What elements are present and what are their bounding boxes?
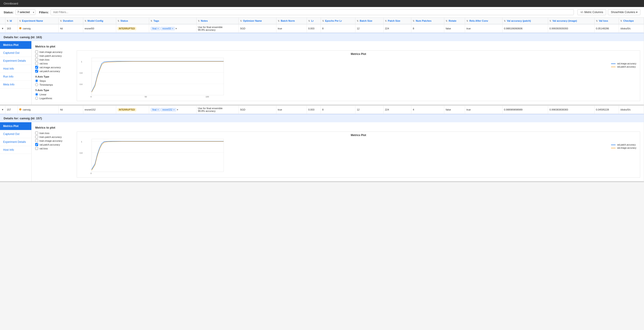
x-axis-title-163: X-Axis Type — [35, 75, 71, 78]
col-id[interactable]: ⇅ Id — [5, 18, 18, 24]
col-duration[interactable]: ⇅ Duration — [58, 18, 83, 24]
status-select-wrapper[interactable]: 7 selected — [15, 10, 36, 15]
details-header-163: Details for: camsig (Id: 163) — [0, 33, 644, 41]
cb-train-image-acc-input-163[interactable] — [35, 50, 38, 53]
sidebar-meta-info-163[interactable]: Meta Info — [0, 81, 31, 89]
sidebar-experiment-details-163[interactable]: Experiment Details — [0, 57, 31, 65]
cell-checkpoint-157: /disks/0/c — [619, 106, 644, 114]
sidebar-host-info-157[interactable]: Host Info — [0, 146, 31, 154]
col-checkpoint[interactable]: ⇅ Checkpo — [619, 18, 644, 24]
legend-label-orange-157: val.image.accuracy — [617, 147, 636, 149]
legend-line-blue-163 — [611, 64, 616, 64]
tags-dropdown-163[interactable]: ▾ — [175, 27, 177, 30]
cell-valacc-patch-157: 0.988989898989 — [502, 106, 548, 114]
cell-optimizer-157: SGD — [238, 106, 276, 114]
cb-val-patch-acc-input-163[interactable] — [35, 70, 38, 73]
metric-columns-btn[interactable]: +/- Metric Columns — [578, 9, 606, 15]
tag-chip-resnet152-157: resnet152 × — [161, 108, 176, 111]
col-rotate[interactable]: ⇅ Rotate — [444, 18, 465, 24]
svg-text:0.8: 0.8 — [80, 72, 82, 74]
radio-log-input-163[interactable] — [35, 97, 38, 100]
col-num-patches[interactable]: ⇅ Num Patches — [411, 18, 444, 24]
radio-linear-163: Linear — [35, 93, 71, 96]
col-val-acc-patch[interactable]: ⇅ Val accuracy (patch) — [502, 18, 548, 24]
cb-train-loss-163: train.loss — [35, 58, 71, 61]
row-expander-157[interactable]: ▼ — [0, 106, 5, 114]
metrics-to-plot-157: Metrics to plot train.loss — [35, 126, 640, 178]
metrics-controls-163: train.image.accuracy train.patch.accurac… — [35, 50, 71, 101]
cell-model-163: resnet50 — [83, 24, 116, 33]
svg-text:1: 1 — [81, 141, 82, 143]
tags-dropdown-157[interactable]: ▾ — [176, 108, 179, 111]
cell-notes-163: Use for final ensemble99.9% accuracy — [196, 24, 238, 33]
cell-valacc-image-163: 0.999393939393 — [548, 24, 594, 33]
chart-title-157: Metrics Plot — [77, 132, 640, 137]
cb-train-patch-acc-input-163[interactable] — [35, 54, 38, 57]
legend-line-blue-157 — [611, 145, 616, 145]
col-notes[interactable]: ⇅ Notes — [196, 18, 238, 24]
metrics-layout-157: train.loss train.patch.accuracy — [35, 131, 640, 178]
legend-label-orange-163: val.patch.accuracy — [617, 66, 636, 68]
legend-label-blue-157: val.patch.accuracy — [617, 143, 636, 146]
cell-patchsize-157: 224 — [384, 106, 411, 114]
cb-train-image-acc-input-157[interactable] — [35, 139, 38, 142]
filter-dropdown-arrow: ▾ — [631, 11, 633, 14]
radio-steps-input-163[interactable] — [35, 79, 38, 82]
col-batch-norm[interactable]: ⇅ Batch Norm — [276, 18, 307, 24]
svg-text:0.6: 0.6 — [80, 83, 82, 85]
filters-label: Filters: — [39, 11, 49, 14]
col-val-loss[interactable]: ⇅ Val loss — [594, 18, 619, 24]
cell-relu-157: true — [465, 106, 502, 114]
sidebar-host-info-163[interactable]: Host Info — [0, 65, 31, 73]
col-lr[interactable]: ⇅ Lr — [307, 18, 321, 24]
cell-id-163: 163 — [5, 24, 18, 33]
svg-text:1: 1 — [81, 61, 82, 63]
radio-timestamps-163: Timestamps — [35, 83, 71, 86]
col-val-acc-image[interactable]: ⇅ Val accuracy (image) — [548, 18, 594, 24]
sidebar-experiment-details-157[interactable]: Experiment Details — [0, 138, 31, 146]
filters-input[interactable] — [50, 9, 574, 15]
sidebar-captured-out-157[interactable]: Captured Out — [0, 130, 31, 138]
svg-rect-9 — [92, 58, 224, 95]
cb-val-loss-input-163[interactable] — [35, 62, 38, 65]
sidebar-metrics-plot-163[interactable]: Metrics Plot — [0, 41, 31, 49]
cb-val-loss-163: val.loss — [35, 62, 71, 65]
cell-model-157: resnet152 — [83, 106, 116, 114]
cb-val-loss-input-157[interactable] — [35, 147, 38, 150]
row-expander-163[interactable]: ▼ — [0, 24, 5, 33]
details-sidebar-157: Metrics Plot Captured Out Experiment Det… — [0, 122, 32, 181]
chart-container-157: Metrics Plot 1 0.8 0 — [77, 131, 640, 178]
col-relu-after-conv[interactable]: ⇅ Relu After Conv — [465, 18, 502, 24]
col-batch-size[interactable]: ⇅ Batch Size — [356, 18, 384, 24]
col-model-config[interactable]: ⇅ Model Config — [83, 18, 116, 24]
col-exp-name[interactable]: ⇅ Experiment Name — [18, 18, 58, 24]
show-hide-btn[interactable]: Show/Hide Columns ▾ — [608, 9, 640, 15]
cb-val-patch-acc-input-157[interactable] — [35, 143, 38, 146]
cell-valacc-image-157: 0.998383838383 — [548, 106, 594, 114]
cb-train-loss-input-163[interactable] — [35, 58, 38, 61]
status-select[interactable]: 7 selected — [15, 10, 36, 15]
col-epochs-per-lr[interactable]: ⇅ Epochs Per Lr — [321, 18, 355, 24]
radio-timestamps-input-163[interactable] — [35, 83, 38, 86]
cell-valloss-163: 0.05148286 — [594, 24, 619, 33]
cb-train-loss-input-157[interactable] — [35, 131, 38, 134]
col-tags[interactable]: ⇅ Tags — [149, 18, 196, 24]
metrics-title-163: Metrics to plot — [35, 45, 640, 48]
metrics-to-plot-163: Metrics to plot train.image.accuracy — [35, 45, 640, 101]
radio-linear-input-163[interactable] — [35, 93, 38, 96]
legend-label-blue-163: val.image.accuracy — [617, 62, 636, 65]
sidebar-captured-out-163[interactable]: Captured Out — [0, 49, 31, 57]
legend-val-image-157: val.image.accuracy — [611, 147, 636, 149]
cb-val-image-acc-input-163[interactable] — [35, 66, 38, 69]
cell-duration-163: 4d — [58, 24, 83, 33]
legend-line-orange-157 — [611, 148, 616, 148]
cell-patchsize-163: 224 — [384, 24, 411, 33]
cb-train-patch-acc-input-157[interactable] — [35, 135, 38, 138]
col-optimizer[interactable]: ⇅ Optimizer Name — [238, 18, 276, 24]
col-patch-size[interactable]: ⇅ Patch Size — [384, 18, 411, 24]
y-axis-title-163: Y-Axis Type — [35, 89, 71, 92]
chart-legend-163: val.image.accuracy val.patch.accuracy — [611, 62, 636, 69]
sidebar-metrics-plot-157[interactable]: Metrics Plot — [0, 122, 31, 130]
col-status[interactable]: ⇅ Status — [116, 18, 149, 24]
sidebar-run-info-163[interactable]: Run Info — [0, 73, 31, 81]
